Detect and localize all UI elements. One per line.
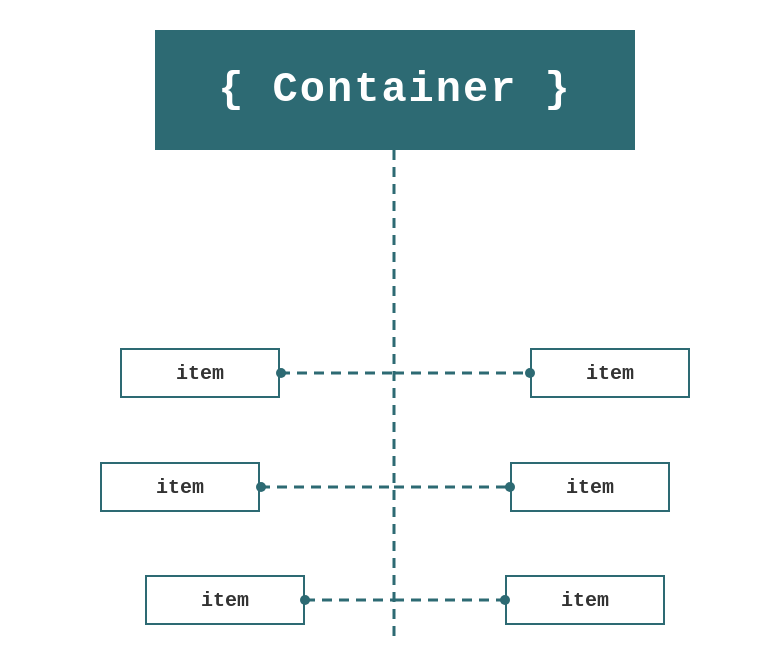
item-right-1: item: [530, 348, 690, 398]
dot-right-3: [500, 595, 510, 605]
item-right-2: item: [510, 462, 670, 512]
dot-left-2: [256, 482, 266, 492]
dot-right-1: [525, 368, 535, 378]
dot-right-2: [505, 482, 515, 492]
item-left-2: item: [100, 462, 260, 512]
item-right-3: item: [505, 575, 665, 625]
container-title: { Container }: [218, 66, 572, 114]
item-left-1: item: [120, 348, 280, 398]
dot-left-3: [300, 595, 310, 605]
dot-left-1: [276, 368, 286, 378]
container-header: { Container }: [155, 30, 635, 150]
item-left-3: item: [145, 575, 305, 625]
